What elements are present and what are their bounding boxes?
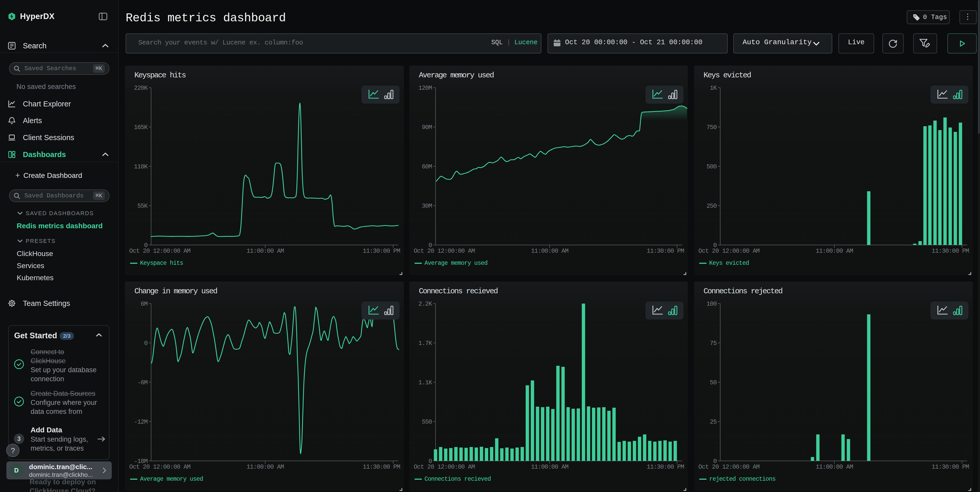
- svg-text:50: 50: [710, 379, 717, 386]
- svg-text:-6M: -6M: [137, 379, 148, 386]
- svg-text:1.1K: 1.1K: [418, 379, 433, 386]
- svg-text:90M: 90M: [422, 124, 432, 131]
- svg-text:Oct 20 12:00:00 AM: Oct 20 12:00:00 AM: [129, 248, 190, 255]
- svg-text:120M: 120M: [418, 84, 432, 91]
- svg-text:100: 100: [706, 301, 717, 307]
- svg-text:25: 25: [710, 419, 717, 425]
- svg-text:Oct 20 12:00:00 AM: Oct 20 12:00:00 AM: [414, 463, 475, 470]
- svg-text:Oct 20 12:00:00 AM: Oct 20 12:00:00 AM: [414, 248, 475, 255]
- svg-text:1K: 1K: [710, 84, 717, 91]
- svg-text:250: 250: [706, 202, 717, 210]
- svg-text:Oct 20 12:00:00 AM: Oct 20 12:00:00 AM: [698, 248, 760, 255]
- svg-text:0: 0: [144, 340, 148, 347]
- svg-text:11:30:00 PM: 11:30:00 PM: [363, 463, 400, 470]
- svg-text:6M: 6M: [141, 301, 148, 307]
- svg-text:165K: 165K: [134, 124, 148, 131]
- svg-text:-12M: -12M: [134, 419, 148, 425]
- svg-text:Oct 20 12:00:00 AM: Oct 20 12:00:00 AM: [698, 463, 760, 470]
- svg-text:500: 500: [706, 163, 717, 170]
- svg-text:11:00:00 AM: 11:00:00 AM: [247, 463, 284, 470]
- svg-text:75: 75: [710, 340, 717, 347]
- svg-text:11:30:00 PM: 11:30:00 PM: [363, 248, 400, 255]
- svg-text:11:30:00 PM: 11:30:00 PM: [647, 463, 684, 470]
- svg-text:2.2K: 2.2K: [418, 301, 433, 307]
- svg-text:11:30:00 PM: 11:30:00 PM: [647, 248, 684, 255]
- svg-text:11:00:00 AM: 11:00:00 AM: [816, 248, 853, 255]
- svg-text:11:00:00 AM: 11:00:00 AM: [531, 248, 568, 255]
- svg-text:1.7K: 1.7K: [418, 340, 433, 347]
- svg-text:110K: 110K: [134, 163, 148, 170]
- svg-text:750: 750: [706, 124, 717, 131]
- svg-text:11:00:00 AM: 11:00:00 AM: [247, 248, 284, 255]
- svg-text:11:00:00 AM: 11:00:00 AM: [816, 463, 853, 470]
- svg-text:30M: 30M: [422, 202, 432, 210]
- svg-text:220K: 220K: [134, 84, 148, 91]
- svg-text:550: 550: [422, 419, 432, 425]
- svg-text:60M: 60M: [422, 163, 432, 170]
- svg-text:11:00:00 AM: 11:00:00 AM: [531, 463, 568, 470]
- svg-text:55K: 55K: [137, 202, 148, 210]
- svg-text:11:30:00 PM: 11:30:00 PM: [932, 248, 969, 255]
- svg-text:Oct 20 12:00:00 AM: Oct 20 12:00:00 AM: [129, 463, 190, 470]
- svg-text:11:30:00 PM: 11:30:00 PM: [932, 463, 969, 470]
